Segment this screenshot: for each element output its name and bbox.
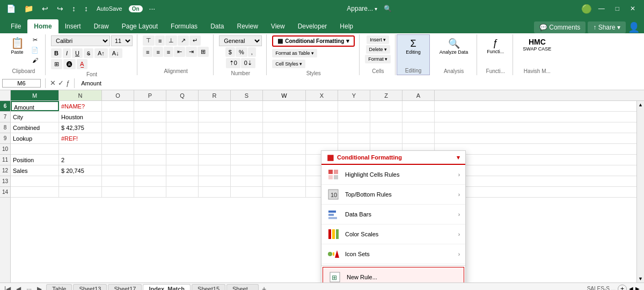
folder-icon[interactable]: 📁 xyxy=(22,3,35,14)
cell-n11[interactable]: 2 xyxy=(59,155,102,165)
cell-y6[interactable] xyxy=(338,101,370,111)
underline-button[interactable]: U xyxy=(72,48,83,58)
cell-s11[interactable] xyxy=(231,155,263,165)
comments-button[interactable]: 💬 Comments xyxy=(534,21,586,33)
cell-o9[interactable] xyxy=(102,133,134,143)
col-header-z[interactable]: Z xyxy=(370,90,402,100)
col-header-r[interactable]: R xyxy=(199,90,231,100)
cell-a8[interactable] xyxy=(402,122,435,133)
maximize-button[interactable]: □ xyxy=(611,4,624,13)
cell-x8[interactable] xyxy=(306,122,338,133)
prev-sheet-button[interactable]: ◀ xyxy=(14,285,23,291)
cell-w10[interactable] xyxy=(263,144,306,154)
cell-n12[interactable]: $ 20,745 xyxy=(59,165,102,176)
formula-input[interactable] xyxy=(79,79,642,87)
cell-a7[interactable] xyxy=(402,112,435,122)
vertical-scrollbar[interactable]: ▲ ▼ xyxy=(636,101,644,282)
scroll-down-button[interactable]: ▼ xyxy=(637,275,644,282)
align-center-button[interactable]: ≡ xyxy=(153,47,163,57)
format-painter-button[interactable]: 🖌 xyxy=(29,56,41,64)
col-header-o[interactable]: O xyxy=(102,90,134,100)
format-cells-button[interactable]: Format ▾ xyxy=(365,55,391,63)
cell-z6[interactable] xyxy=(370,101,402,111)
cell-styles-button[interactable]: Cell Styles ▾ xyxy=(272,60,305,68)
row-7[interactable]: 7 xyxy=(0,112,10,122)
tab-review[interactable]: Review xyxy=(230,19,264,33)
share-button[interactable]: ↑ Share ▾ xyxy=(588,21,626,33)
cell-m10[interactable] xyxy=(11,144,59,154)
cell-r9[interactable] xyxy=(199,133,231,143)
insert-function-icon[interactable]: ƒ xyxy=(66,79,70,87)
cell-m13[interactable] xyxy=(11,176,59,186)
first-sheet-button[interactable]: |◀ xyxy=(2,285,13,291)
file-icon[interactable]: 📄 xyxy=(4,3,18,14)
cell-q14[interactable] xyxy=(166,187,199,197)
paste-button[interactable]: 📋 Paste xyxy=(6,35,28,57)
function-button[interactable]: ƒ Functi... xyxy=(482,35,508,56)
minimize-button[interactable]: — xyxy=(594,4,609,13)
cell-x9[interactable] xyxy=(306,133,338,143)
close-button[interactable]: ✕ xyxy=(626,4,640,13)
cell-p13[interactable] xyxy=(134,176,166,186)
cell-n6[interactable]: #NAME? xyxy=(59,101,102,111)
row-10[interactable]: 10 xyxy=(0,144,10,155)
cell-r12[interactable] xyxy=(199,165,231,176)
cell-m8[interactable]: Combined xyxy=(11,122,59,133)
menu-item-highlight-cells[interactable]: Highlight Cells Rules › xyxy=(321,165,465,185)
cell-q8[interactable] xyxy=(166,122,199,133)
tab-view[interactable]: View xyxy=(265,19,291,33)
autosave-toggle[interactable]: On xyxy=(129,5,143,12)
cell-n13[interactable] xyxy=(59,176,102,186)
cell-p14[interactable] xyxy=(134,187,166,197)
col-header-w[interactable]: W xyxy=(263,90,306,100)
col-header-q[interactable]: Q xyxy=(166,90,199,100)
cell-r8[interactable] xyxy=(199,122,231,133)
align-left-button[interactable]: ≡ xyxy=(143,47,152,57)
cell-a6[interactable] xyxy=(402,101,435,111)
sheet-tab-sheet13[interactable]: Sheet13 xyxy=(73,284,107,290)
cell-o8[interactable] xyxy=(102,122,134,133)
top-align-button[interactable]: ⊤ xyxy=(143,35,155,46)
col-header-n[interactable]: N xyxy=(59,90,102,100)
cut-button[interactable]: ✂ xyxy=(29,35,41,45)
wrap-text-button[interactable]: ↵ xyxy=(189,35,201,46)
cell-y8[interactable] xyxy=(338,122,370,133)
cell-r7[interactable] xyxy=(199,112,231,122)
cell-z8[interactable] xyxy=(370,122,402,133)
sheet-tab-sheet15[interactable]: Sheet15 xyxy=(192,284,225,290)
cell-w11[interactable] xyxy=(263,155,306,165)
cell-m11[interactable]: Position xyxy=(11,155,59,165)
more-commands-icon[interactable]: ··· xyxy=(147,3,158,14)
more-sheets-button[interactable]: ··· xyxy=(24,285,34,291)
cell-m6[interactable]: Amount xyxy=(11,101,59,111)
search-icon[interactable]: 🔍 xyxy=(384,5,392,12)
cell-s8[interactable] xyxy=(231,122,263,133)
cell-w12[interactable] xyxy=(263,165,306,176)
col-header-m[interactable]: M xyxy=(11,90,59,100)
cell-s6[interactable] xyxy=(231,101,263,111)
cell-s14[interactable] xyxy=(231,187,263,197)
number-format-select[interactable]: General xyxy=(219,35,262,46)
cell-y9[interactable] xyxy=(338,133,370,143)
cell-q13[interactable] xyxy=(166,176,199,186)
cell-w14[interactable] xyxy=(263,187,306,197)
next-sheet-button[interactable]: ▶ xyxy=(35,285,44,291)
cell-s10[interactable] xyxy=(231,144,263,154)
cell-x6[interactable] xyxy=(306,101,338,111)
cell-s12[interactable] xyxy=(231,165,263,176)
text-orientation-button[interactable]: ↗ xyxy=(178,35,189,46)
currency-button[interactable]: $ xyxy=(225,47,235,57)
cell-r11[interactable] xyxy=(199,155,231,165)
decrease-decimal-button[interactable]: 0⇣ xyxy=(241,58,255,68)
cell-m12[interactable]: Sales xyxy=(11,165,59,176)
col-header-x[interactable]: X xyxy=(306,90,338,100)
decrease-font-button[interactable]: A↓ xyxy=(109,48,122,58)
sheet-tab-sheet17[interactable]: Sheet17 xyxy=(108,284,142,290)
increase-indent-button[interactable]: ⇥ xyxy=(186,47,197,57)
cell-q11[interactable] xyxy=(166,155,199,165)
cell-s7[interactable] xyxy=(231,112,263,122)
sheet-tab-index-match[interactable]: Index_Match xyxy=(143,284,191,291)
strikethrough-button[interactable]: S̶ xyxy=(84,48,93,58)
cell-o10[interactable] xyxy=(102,144,134,154)
sort-za-icon[interactable]: ↕ xyxy=(82,3,90,14)
